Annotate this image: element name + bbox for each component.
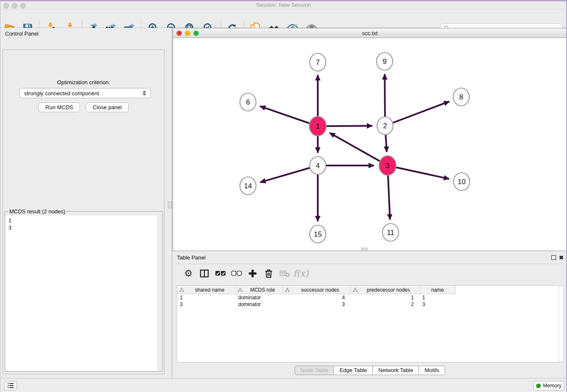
- panel-splitter[interactable]: [167, 28, 173, 378]
- graph-edge-4-14[interactable]: [260, 166, 318, 182]
- function-builder-icon[interactable]: f(x): [293, 266, 309, 281]
- window-border-top: [0, 0, 567, 1]
- tab-motifs[interactable]: Motifs: [419, 366, 445, 375]
- add-column-icon[interactable]: [245, 266, 261, 281]
- graph-node-15[interactable]: 15: [310, 225, 326, 243]
- table-toolbar: ⚙ f(x): [176, 264, 564, 282]
- delete-table-icon[interactable]: [277, 266, 293, 281]
- table-body: 1dominator4113dominator323: [177, 294, 563, 308]
- close-table-panel-icon[interactable]: ✖: [559, 255, 564, 260]
- delete-column-icon[interactable]: [261, 266, 277, 281]
- optimization-criterion-select[interactable]: strongly connected component: [19, 88, 151, 98]
- table-cell[interactable]: 4: [283, 294, 351, 301]
- table-cell[interactable]: dominator: [236, 301, 283, 308]
- svg-text:8: 8: [459, 93, 463, 101]
- svg-text:6: 6: [246, 98, 250, 106]
- select-all-rows-icon[interactable]: [212, 266, 228, 281]
- column-header-successor-nodes[interactable]: successor nodes: [283, 286, 351, 294]
- splitter-handle[interactable]: [168, 202, 172, 208]
- control-panel-title: Control Panel: [5, 30, 39, 37]
- table-scrollbar[interactable]: [559, 286, 563, 362]
- svg-text:14: 14: [244, 182, 252, 190]
- result-scrollbar[interactable]: [157, 215, 162, 371]
- table-cell[interactable]: 2: [351, 301, 420, 308]
- main-toolbar: [0, 9, 567, 28]
- table-cell[interactable]: 1: [351, 294, 420, 301]
- network-canvas[interactable]: 1234678910111415: [173, 38, 567, 251]
- application-window: Session: New Session: [0, 0, 567, 392]
- network-view-window: ✕ − + scc.txt 1234678910111415: [173, 28, 567, 251]
- close-panel-button[interactable]: Close panel: [86, 102, 129, 112]
- column-header-predecessor-nodes[interactable]: predecessor nodes: [351, 286, 420, 294]
- svg-text:4: 4: [316, 162, 319, 170]
- graph-node-2[interactable]: 2: [377, 117, 393, 135]
- svg-text:10: 10: [458, 178, 466, 186]
- tab-node-table[interactable]: Node Table: [295, 366, 334, 375]
- window-title: Session: New Session: [0, 2, 567, 8]
- canvas-splitter-handle[interactable]: [361, 248, 368, 250]
- svg-text:15: 15: [314, 230, 322, 238]
- network-window-title: scc.txt: [173, 30, 567, 36]
- node-table: shared nameMCDS rolesuccessor nodesprede…: [177, 285, 564, 362]
- memory-button-label: Memory: [543, 383, 561, 389]
- settings-gear-icon[interactable]: ⚙: [180, 266, 196, 281]
- column-header-MCDS-role[interactable]: MCDS role: [236, 286, 283, 294]
- deselect-all-rows-icon[interactable]: [228, 266, 245, 281]
- table-cell[interactable]: 1: [420, 294, 456, 301]
- graph-node-8[interactable]: 8: [453, 88, 469, 106]
- graph-edge-2-8[interactable]: [385, 102, 449, 126]
- table-cell[interactable]: 3: [283, 301, 351, 308]
- column-header-shared-name[interactable]: shared name: [177, 286, 236, 294]
- graph-node-1[interactable]: 1: [309, 116, 326, 136]
- optimization-criterion-value: strongly connected component: [24, 90, 99, 97]
- memory-button[interactable]: Memory: [534, 381, 564, 390]
- svg-text:11: 11: [387, 229, 394, 237]
- network-graph: 1234678910111415: [173, 38, 567, 251]
- graph-node-14[interactable]: 14: [240, 177, 256, 195]
- table-panel: Table Panel ✖ ⚙ f(x): [173, 252, 567, 377]
- table-panel-tabs: Node Table Edge Table Network Table Moti…: [173, 366, 567, 375]
- memory-status-icon: [536, 384, 541, 388]
- run-mcds-button[interactable]: Run MCDS: [39, 102, 80, 112]
- control-panel: Control Panel ✖ Network Style Select MCD…: [0, 28, 167, 378]
- float-table-panel-icon[interactable]: [551, 255, 556, 260]
- table-panel-title: Table Panel: [177, 254, 206, 261]
- task-history-button[interactable]: [4, 381, 17, 390]
- graph-node-3[interactable]: 3: [379, 156, 396, 175]
- graph-edge-3-10[interactable]: [388, 166, 449, 179]
- network-window-titlebar: ✕ − + scc.txt: [173, 28, 567, 38]
- mcds-result-values: 1 3: [8, 217, 11, 231]
- column-header-name[interactable]: name: [420, 286, 456, 294]
- tab-network-table[interactable]: Network Table: [373, 366, 419, 375]
- toggle-panel-columns-icon[interactable]: [196, 266, 212, 281]
- svg-text:9: 9: [383, 58, 386, 66]
- table-cell[interactable]: 3: [420, 301, 456, 308]
- mcds-result-box: MCDS result (2 nodes) 1 3: [5, 208, 163, 372]
- graph-node-7[interactable]: 7: [310, 53, 326, 71]
- select-spinner-icon: [143, 91, 146, 96]
- sort-hierarchy-icon: [179, 288, 184, 292]
- mcds-result-list: 1 3: [6, 215, 162, 371]
- main-titlebar: Session: New Session: [0, 0, 567, 9]
- sort-hierarchy-icon: [353, 288, 358, 292]
- optimization-criterion-label: Optimization criterion:: [3, 79, 164, 86]
- svg-text:1: 1: [316, 122, 319, 130]
- svg-text:3: 3: [385, 162, 389, 170]
- window-border-left: [0, 0, 0, 392]
- graph-node-10[interactable]: 10: [454, 173, 470, 190]
- graph-node-6[interactable]: 6: [240, 93, 256, 111]
- graph-edge-3-1[interactable]: [330, 133, 388, 166]
- tab-edge-table[interactable]: Edge Table: [334, 366, 373, 375]
- list-icon: [7, 383, 14, 389]
- graph-node-4[interactable]: 4: [310, 157, 326, 174]
- graph-node-9[interactable]: 9: [377, 52, 393, 70]
- table-cell[interactable]: dominator: [236, 294, 283, 301]
- graph-node-11[interactable]: 11: [383, 224, 399, 241]
- graph-edge-1-6[interactable]: [260, 106, 318, 126]
- mcds-tab-pane: Optimization criterion: strongly connect…: [3, 50, 165, 374]
- svg-text:7: 7: [316, 58, 319, 66]
- table-cell[interactable]: 3: [177, 301, 236, 308]
- table-row[interactable]: 3dominator323: [177, 301, 563, 308]
- table-cell[interactable]: 1: [177, 294, 236, 301]
- table-row[interactable]: 1dominator411: [177, 294, 563, 301]
